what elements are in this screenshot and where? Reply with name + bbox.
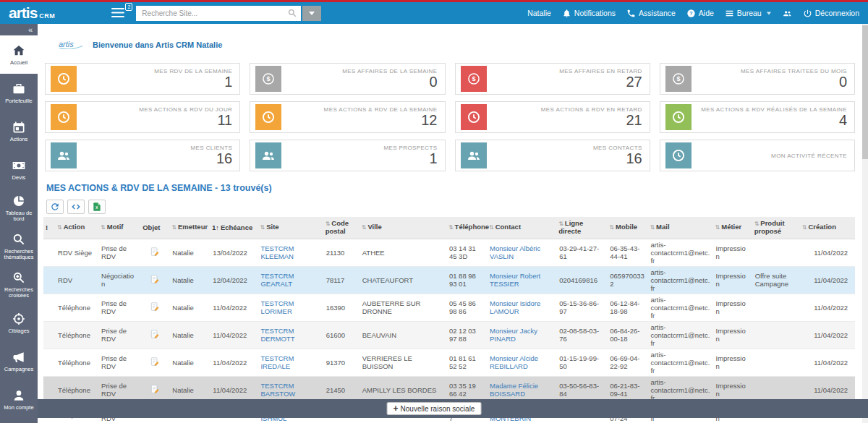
cell-mail: artis-contactcrm1@netc.fr <box>647 266 712 294</box>
sidebar-collapse-button[interactable]: « <box>0 24 38 35</box>
stat-card-mes-clients[interactable]: MES CLIENTS 16 <box>45 140 240 171</box>
column-header-site[interactable]: ⇅Site <box>258 217 323 239</box>
cell-metier: Impression <box>713 294 752 321</box>
stat-card-mon-activite-recente[interactable]: MON ACTIVITÉ RÉCENTE <box>660 140 855 171</box>
sidebar-item-tableau-de-bord[interactable]: Tableau de bord <box>0 189 38 227</box>
table-row[interactable]: RDVNégociationNatalie12/04/2022TESTCRM G… <box>43 266 855 294</box>
table-row[interactable]: RDV SiègePrise de RDVNatalie13/04/2022TE… <box>43 239 855 266</box>
table-row[interactable]: TéléphonePrise de RDVNatalie11/04/2022TE… <box>43 349 855 376</box>
column-header-metier[interactable]: ⇅Métier <box>713 217 752 239</box>
search-icon[interactable] <box>287 8 297 18</box>
stat-card-mes-prospects[interactable]: MES PROSPECTS 1 <box>250 140 445 171</box>
cell-produit-propose: Offre suite Campagne <box>752 266 800 294</box>
stat-card-mes-affaires-traitees-du-mois[interactable]: $ MES AFFAIRES TRAITEES DU MOIS 0 <box>660 63 855 95</box>
sidebar-item-recherches-croisees[interactable]: Recherches croisées <box>0 265 38 304</box>
card-icon-box <box>665 142 692 168</box>
export-excel-button[interactable]: X <box>88 200 106 214</box>
note-icon[interactable] <box>150 328 160 340</box>
artis-logo[interactable]: artis CRM <box>9 4 55 22</box>
table-row[interactable]: TéléphonePrise de RDVNatalie11/04/2022TE… <box>43 321 855 349</box>
column-header-ville[interactable]: ⇅Ville <box>359 217 446 239</box>
sidebar-item-accueil[interactable]: Accueil <box>0 35 38 74</box>
sidebar-item-portefeuille[interactable]: Portefeuille <box>0 74 38 112</box>
note-icon[interactable] <box>150 273 160 285</box>
stat-card-mes-actions-rdv-de-la-semaine[interactable]: MES ACTIONS & RDV DE LA SEMAINE 12 <box>250 101 445 133</box>
cell-site[interactable]: TESTCRM IREDALE <box>258 349 323 376</box>
column-header-ligne-directe[interactable]: ⇅Ligne directe <box>556 217 607 239</box>
cell-telephone: 03 14 31 45 3D <box>446 239 487 266</box>
column-header-telephone[interactable]: ⇅Téléphone <box>446 217 487 239</box>
sidebar-item-devis[interactable]: Devis <box>0 150 38 189</box>
search-input[interactable] <box>136 6 301 21</box>
stat-card-mes-actions-rdv-du-jour[interactable]: MES ACTIONS & RDV DU JOUR 11 <box>45 101 240 133</box>
cell-contact[interactable]: Monsieur Albéric VASLIN <box>487 239 556 266</box>
header-users-button[interactable] <box>783 9 792 18</box>
dollar-icon: $ <box>467 72 481 86</box>
search-dropdown-button[interactable] <box>302 6 321 21</box>
column-header-mail[interactable]: ⇅Mail <box>647 217 712 239</box>
cell-site[interactable]: TESTCRM KLEEMAN <box>258 239 323 266</box>
cell-site[interactable]: TESTCRM DERMOTT <box>258 321 323 349</box>
cell-objet[interactable] <box>140 266 169 294</box>
stat-card-mes-affaires-de-la-semaine[interactable]: $ MES AFFAIRES DE LA SEMAINE 0 <box>250 63 445 95</box>
user-name[interactable]: Natalie <box>527 9 551 17</box>
sidebar-item-campagnes[interactable]: Campagnes <box>0 342 38 380</box>
cell-objet[interactable] <box>140 294 169 321</box>
sidebar-item-recherches-thematiques[interactable]: Recherches thématiques <box>0 227 38 265</box>
cell-site[interactable]: TESTCRM GEARALT <box>258 266 323 294</box>
cell-site[interactable]: TESTCRM LORIMER <box>258 294 323 321</box>
note-icon[interactable] <box>150 246 160 257</box>
scrollbar-thumb[interactable] <box>862 25 868 159</box>
header-assistance-button[interactable]: Assistance <box>626 9 676 18</box>
header-notifications-button[interactable]: Notifications <box>562 9 616 18</box>
header-bureau-button[interactable]: Bureau <box>725 9 772 18</box>
cell-telephone: 01 88 98 93 01 <box>446 266 487 294</box>
cell-creation: 11/04/2022 <box>800 321 855 349</box>
cell-ville: CHATEAUFORT <box>359 266 446 294</box>
table-row[interactable]: TéléphonePrise de RDVNatalie11/04/2022TE… <box>43 294 855 321</box>
cell-objet[interactable] <box>140 349 169 376</box>
card-icon-box <box>665 104 692 130</box>
header-aide-button[interactable]: ?Aide <box>686 9 714 18</box>
cell-action: Téléphone <box>55 349 98 376</box>
cell-contact[interactable]: Monsieur Robert TESSIER <box>487 266 556 294</box>
stat-card-mes-actions-rdv-en-retard[interactable]: MES ACTIONS & RDV EN RETARD 21 <box>455 101 650 133</box>
note-icon[interactable] <box>150 301 160 312</box>
cell-contact[interactable]: Monsieur Alcide REBILLARD <box>487 349 556 376</box>
note-icon[interactable] <box>150 356 160 367</box>
refresh-button[interactable] <box>46 200 64 214</box>
cell-echeance: 12/04/2022 <box>210 266 258 294</box>
column-header-action[interactable]: ⇅Action <box>55 217 98 239</box>
vertical-scrollbar[interactable] <box>862 24 868 423</box>
cell-mail: artis-contactcrm1@netc.fr <box>647 294 712 321</box>
note-icon[interactable] <box>150 383 160 395</box>
column-header-emetteur[interactable]: ⇅Emetteur <box>169 217 210 239</box>
column-header-creation[interactable]: ⇅Création <box>800 217 855 239</box>
cell-telephone: 05 45 86 98 86 <box>446 294 487 321</box>
cell-contact[interactable]: Monsieur Isidore LAMOUR <box>487 294 556 321</box>
bell-icon <box>562 9 571 18</box>
header-deconnexion-button[interactable]: Déconnexion <box>803 9 859 18</box>
column-header-motif[interactable]: ⇅Motif <box>98 217 140 239</box>
stat-card-mes-affaires-en-retard[interactable]: $ MES AFFAIRES EN RETARD 27 <box>455 63 650 95</box>
column-header-contact[interactable]: ⇅Contact <box>487 217 556 239</box>
stat-card-mes-rdv-de-la-semaine[interactable]: MES RDV DE LA SEMAINE 1 <box>45 63 240 95</box>
stat-card-mes-actions-rdv-realises-de-la-semaine[interactable]: MES ACTIONS & RDV RÉALISÉS DE LA SEMAINE… <box>660 101 855 133</box>
cell-metier: Impression <box>713 321 752 349</box>
column-header-code-postal[interactable]: ⇅Code postal <box>323 217 359 239</box>
cell-objet[interactable] <box>140 239 169 266</box>
sidebar-item-actions[interactable]: Actions <box>0 112 38 150</box>
cell-objet[interactable] <box>140 321 169 349</box>
svg-text:X: X <box>95 205 98 210</box>
column-header-echeance[interactable]: 1↑Echéance <box>210 217 258 239</box>
column-header-mobile[interactable]: ⇅Mobile <box>607 217 647 239</box>
column-header-produit-propose[interactable]: ⇅Produit proposé <box>752 217 800 239</box>
export-code-button[interactable] <box>67 200 85 214</box>
sidebar-item-mon-compte[interactable]: Mon compte <box>0 380 38 419</box>
clock-icon <box>261 110 276 124</box>
sidebar-item-ciblages[interactable]: Ciblages <box>0 304 38 342</box>
new-company-button[interactable]: + Nouvelle raison sociale <box>387 402 482 415</box>
stat-card-mes-contacts[interactable]: MES CONTACTS 16 <box>455 140 650 171</box>
cell-contact[interactable]: Monsieur Jacky PINARD <box>487 321 556 349</box>
main-menu-button[interactable]: 2 <box>111 8 126 19</box>
